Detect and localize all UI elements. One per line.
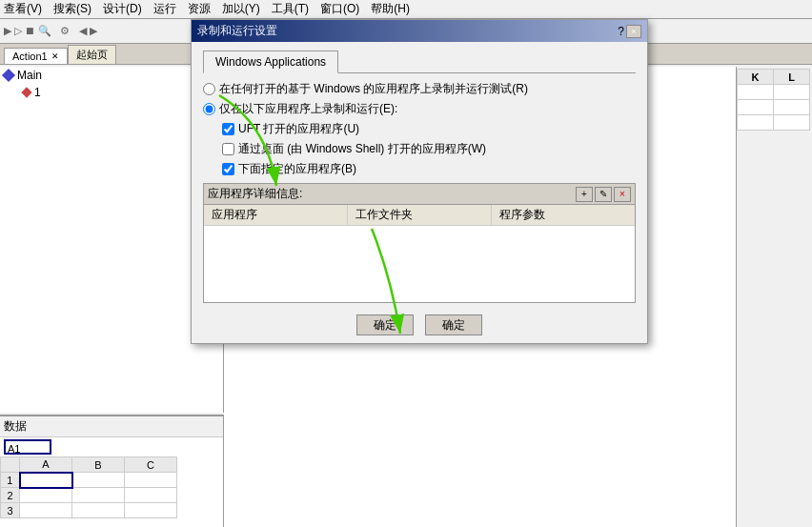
dialog-content: Windows Applications 在任何打开的基于 Windows 的应… — [192, 42, 647, 343]
menu-item-search[interactable]: 搜索(S) — [53, 1, 91, 17]
app-table-add-button[interactable]: + — [576, 187, 593, 202]
menu-item-design[interactable]: 设计(D) — [103, 1, 142, 17]
tab-windows-applications[interactable]: Windows Applications — [203, 51, 338, 73]
check-specified-app[interactable] — [222, 163, 234, 175]
app-table-body — [204, 226, 635, 302]
ide-menubar: 查看(V) 搜索(S) 设计(D) 运行 资源 加以(Y) 工具(T) 窗口(O… — [0, 0, 812, 19]
dialog-footer: 确定 确定 — [203, 311, 636, 335]
option-row-uft-opened: UFT 打开的应用程序(U) — [222, 121, 636, 137]
col-workdir: 工作文件夹 — [348, 205, 492, 225]
app-table-column-headers: 应用程序 工作文件夹 程序参数 — [204, 205, 635, 226]
cell-a3[interactable] — [20, 503, 72, 518]
radio-specific-app-label: 仅在以下应用程序上录制和运行(E): — [219, 101, 397, 117]
table-row: 3 — [1, 503, 177, 518]
col-header-b: B — [72, 457, 125, 473]
option-row-any-app: 在任何打开的基于 Windows 的应用程序上录制并运行测试(R) — [203, 81, 636, 97]
row-header-3: 3 — [1, 503, 20, 518]
app-table-delete-button[interactable]: × — [614, 187, 631, 202]
option-row-shell-opened: 通过桌面 (由 Windows Shell) 打开的应用程序(W) — [222, 141, 636, 157]
menu-item-resources[interactable]: 资源 — [188, 1, 211, 17]
table-row: 2 — [1, 488, 177, 503]
row-header-1: 1 — [1, 473, 20, 488]
menu-item-add[interactable]: 加以(Y) — [222, 1, 260, 17]
cell-b1[interactable] — [72, 473, 125, 488]
tab-start-page[interactable]: 起始页 — [68, 45, 116, 64]
right-col-k: K — [738, 70, 774, 85]
toolbar-icons: ▶ ▷ ⏹ 🔍 ⚙ ◀ ▶ — [4, 25, 97, 37]
right-col-l: L — [774, 70, 810, 85]
check-shell-opened-label: 通过桌面 (由 Windows Shell) 打开的应用程序(W) — [238, 141, 486, 157]
menu-item-run[interactable]: 运行 — [153, 1, 176, 17]
menu-item-view[interactable]: 查看(V) — [4, 1, 42, 17]
ide-right-panel: K L — [736, 67, 812, 527]
cell-reference-row: A1 — [0, 437, 223, 456]
cell-reference-input[interactable]: A1 — [4, 439, 51, 455]
menu-item-tools[interactable]: 工具(T) — [272, 1, 309, 17]
confirm-button-2[interactable]: 确定 — [425, 314, 482, 335]
app-table-buttons: + ✎ × — [576, 187, 631, 202]
cell-c1[interactable] — [125, 473, 177, 488]
app-table-header: 应用程序详细信息: + ✎ × — [204, 184, 635, 205]
col-params: 程序参数 — [492, 205, 635, 225]
col-header-blank — [1, 457, 20, 473]
tree-item-main[interactable]: Main — [0, 67, 223, 84]
diamond-icon — [2, 69, 15, 82]
tab-close-icon[interactable]: ✕ — [51, 51, 59, 61]
radio-any-app[interactable] — [203, 83, 215, 95]
app-table-edit-button[interactable]: ✎ — [595, 187, 612, 202]
dialog-close-button[interactable]: × — [626, 25, 641, 38]
check-uft-opened[interactable] — [222, 123, 234, 135]
option-row-specific-app: 仅在以下应用程序上录制和运行(E): — [203, 101, 636, 117]
confirm-button-1[interactable]: 确定 — [356, 314, 414, 335]
dialog-titlebar-buttons: ? × — [618, 25, 641, 38]
col-header-a: A — [20, 457, 72, 473]
radio-specific-app[interactable] — [203, 103, 215, 115]
right-panel-table: K L — [737, 69, 810, 131]
dialog-title: 录制和运行设置 — [197, 23, 277, 39]
dialog-record-run-settings: 录制和运行设置 ? × Windows Applications 在任何打开的基… — [191, 19, 648, 344]
tab-action1[interactable]: Action1 ✕ — [4, 48, 68, 64]
data-panel-label: 数据 — [0, 416, 223, 437]
app-table-title: 应用程序详细信息: — [208, 186, 302, 202]
table-row: 1 — [1, 473, 177, 488]
radio-any-app-label: 在任何打开的基于 Windows 的应用程序上录制并运行测试(R) — [219, 81, 528, 97]
step-icon — [21, 87, 31, 97]
menu-item-help[interactable]: 帮助(H) — [371, 1, 410, 17]
app-details-table-container: 应用程序详细信息: + ✎ × 应用程序 工作文件夹 程序参数 — [203, 183, 636, 303]
cell-a2[interactable] — [20, 488, 72, 503]
cell-c3[interactable] — [125, 503, 177, 518]
cell-c2[interactable] — [125, 488, 177, 503]
option-row-specified-app: 下面指定的应用程序(B) — [222, 161, 636, 177]
cell-b3[interactable] — [72, 503, 125, 518]
menu-item-window[interactable]: 窗口(O) — [320, 1, 359, 17]
col-header-c: C — [125, 457, 177, 473]
check-uft-opened-label: UFT 打开的应用程序(U) — [238, 121, 359, 137]
dialog-titlebar: 录制和运行设置 ? × — [192, 20, 647, 42]
cell-b2[interactable] — [72, 488, 125, 503]
dialog-tab-strip: Windows Applications — [203, 50, 636, 73]
spreadsheet-table: A B C 1 2 3 — [0, 456, 177, 518]
check-specified-app-label: 下面指定的应用程序(B) — [238, 161, 356, 177]
row-header-2: 2 — [1, 488, 20, 503]
ide-bottom-panel: 数据 A1 A B C 1 — [0, 415, 224, 527]
cell-a1[interactable] — [20, 473, 72, 488]
col-app: 应用程序 — [204, 205, 348, 225]
check-shell-opened[interactable] — [222, 143, 234, 155]
dialog-help-button[interactable]: ? — [618, 25, 624, 38]
